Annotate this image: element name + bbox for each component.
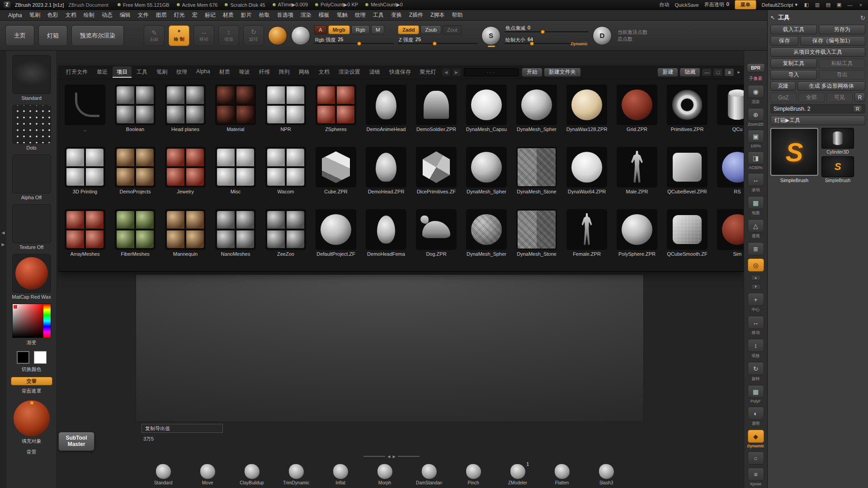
sculptris-pro-button[interactable]: S	[481, 26, 500, 45]
zoom2d-button[interactable]: ⊕ Zoom2D	[748, 108, 764, 127]
active-tool-thumbnail[interactable]: S	[770, 128, 818, 176]
hide-button[interactable]: 隐藏	[679, 68, 700, 77]
lightbox-tab[interactable]: 快速保存	[385, 66, 415, 78]
divider-right-icon[interactable]: ▶	[393, 455, 396, 459]
dynamic-mode-button[interactable]: ◆ Dynamic	[747, 430, 764, 448]
load-from-project-button[interactable]: 从项目文件载入工具	[770, 47, 865, 57]
polyframe-button[interactable]: ▦ PolyF	[748, 385, 764, 404]
gradient-label[interactable]: 渐变	[27, 339, 37, 346]
lightbox-item[interactable]: ..	[61, 84, 108, 141]
lightbox-item[interactable]: DynaMesh_Spher	[513, 84, 560, 141]
export-button[interactable]: 导出	[819, 70, 865, 80]
brush-item[interactable]: Standard	[150, 464, 176, 485]
clone-button[interactable]: 克隆	[770, 81, 796, 91]
menu-item[interactable]: 灯光	[170, 10, 189, 20]
switch-color-button[interactable]: 切换颜色	[22, 366, 42, 373]
zcut-button[interactable]: Zcut	[443, 25, 462, 34]
layers-icon-button[interactable]: ≣	[748, 242, 764, 255]
preview-boolean-button[interactable]: 预览布尔渲染	[71, 25, 124, 46]
hue-strip[interactable]	[43, 304, 51, 338]
fill-object-button[interactable]: 填充对象	[22, 438, 42, 445]
current-alpha-thumbnail[interactable]	[12, 155, 51, 193]
floor-grid-button[interactable]: ▦ 地面	[748, 196, 764, 216]
lightbox-item[interactable]: ArrayMeshes	[61, 209, 108, 266]
divider-left-icon[interactable]: ◀	[387, 455, 390, 459]
menu-item[interactable]: Alpha	[5, 11, 26, 20]
lightbox-item[interactable]: DynaWax128.ZPR	[563, 84, 610, 141]
dock-left-icon[interactable]: ◧	[803, 2, 810, 8]
paste-tool-button[interactable]: 粘贴工具	[819, 59, 865, 68]
slider-handle[interactable]	[357, 42, 361, 46]
lightbox-item[interactable]: DynaMesh_Stone	[513, 209, 560, 266]
pointer-icon[interactable]: ↖	[770, 14, 775, 21]
brush-item[interactable]: 1 ZModeler	[505, 464, 531, 485]
tool-r-button[interactable]: R	[853, 105, 862, 113]
goz-visible-button[interactable]: 可见	[826, 93, 853, 102]
lightbox-item[interactable]: Female.ZPR	[563, 209, 610, 266]
canvas-divider[interactable]: ◀ ▶	[363, 454, 420, 459]
current-texture-thumbnail[interactable]	[12, 204, 51, 243]
brush-item[interactable]: Slash3	[593, 464, 619, 485]
view-list-button[interactable]: ≡	[724, 68, 734, 76]
main-color-swatch[interactable]	[17, 351, 29, 364]
view-thumbnails-button[interactable]: □	[713, 68, 723, 76]
lightbox-item[interactable]: DemoHead.ZPR	[363, 147, 410, 204]
xpose-button[interactable]: ≡ Xpose	[748, 468, 764, 486]
aa-half-button[interactable]: ◨ AC50%	[748, 151, 764, 170]
brush-item[interactable]: Morph	[372, 464, 398, 485]
lightbox-item[interactable]: Cube.ZPR	[312, 147, 359, 204]
make-polymesh-button[interactable]: 生成 多边形网格体	[797, 81, 865, 91]
lightbox-item[interactable]: FiberMeshes	[112, 209, 159, 266]
rgb-intensity-slider[interactable]: Rgb 强度 25	[314, 37, 394, 46]
lightbox-tab[interactable]: 纹理	[172, 66, 191, 78]
scroll-up-button[interactable]: ▲	[751, 275, 761, 281]
slider-handle[interactable]	[530, 42, 534, 46]
start-button[interactable]: 开始	[522, 68, 542, 77]
lightbox-item[interactable]: Material	[212, 84, 259, 141]
lightbox-item[interactable]: Dog.ZPR	[413, 209, 460, 266]
render-pass-button[interactable]: ◉ 渲染	[748, 85, 764, 105]
brush-item[interactable]: TrimDynamic	[283, 464, 309, 485]
zscript-selector[interactable]: DefaultZScript ▾	[762, 2, 797, 8]
lightbox-tab[interactable]: 打开文件	[62, 66, 92, 78]
menu-item[interactable]: 渲染	[297, 10, 315, 20]
frame-center-button[interactable]: + 中心	[748, 293, 764, 313]
copy-tool-button[interactable]: 复制工具	[770, 59, 817, 68]
brush-item[interactable]: Inflat	[327, 464, 354, 485]
copy-export-field[interactable]: 复制导出值	[142, 424, 223, 433]
menu-item[interactable]: 色彩	[44, 10, 62, 20]
z-intensity-slider[interactable]: Z 强度 25	[398, 37, 477, 46]
perspective-button[interactable]: △ 透视	[748, 219, 764, 239]
brush-item[interactable]: Flatten	[549, 464, 575, 485]
lightbox-item[interactable]: QCu	[714, 84, 744, 141]
backface-mask-button[interactable]: 背面遮罩	[22, 388, 42, 394]
lightbox-item[interactable]: Head planes	[162, 84, 209, 141]
new-button[interactable]: 新建	[657, 68, 678, 77]
lightbox-item[interactable]: DemoSoldier.ZPR	[413, 84, 460, 141]
scale-button[interactable]: ↕ 缩放	[218, 25, 239, 46]
lightbox-tab[interactable]: 笔刷	[152, 66, 171, 78]
menu-item[interactable]: 纹理	[351, 10, 369, 20]
nav-back-button[interactable]: ◀	[442, 68, 451, 76]
menu-item[interactable]: 文件	[134, 10, 152, 20]
menu-item[interactable]: 动态	[98, 10, 116, 20]
rotate-button[interactable]: ↻ 旋转	[243, 25, 264, 46]
lightbox-tab[interactable]: Alpha	[192, 66, 214, 78]
lightbox-item[interactable]: Sim	[714, 209, 744, 266]
save-increment-button[interactable]: 保存（编号加1）	[800, 36, 865, 46]
save-button[interactable]: 保存	[770, 36, 798, 46]
menu-item[interactable]: 标记	[201, 10, 219, 20]
brush-item[interactable]: ClayBuildup	[239, 464, 265, 485]
lightbox-button[interactable]: 灯箱	[38, 25, 67, 46]
lightbox-item[interactable]: Wacom	[262, 147, 309, 204]
save-as-button[interactable]: 另存为	[819, 25, 865, 34]
collapse-chevron-icon[interactable]: ▸	[737, 69, 740, 75]
current-stroke-thumbnail[interactable]	[12, 105, 51, 144]
rgb-button[interactable]: Rgb	[351, 25, 370, 34]
fill-object-sphere[interactable]	[14, 400, 50, 436]
background-button[interactable]: 背景	[27, 449, 37, 455]
lightbox-item[interactable]: DemoHeadFema	[363, 209, 410, 266]
scale-tool-button[interactable]: ↕ 缩放	[748, 339, 764, 359]
lightbox-item[interactable]: DemoProjects	[112, 147, 159, 204]
lightbox-item[interactable]: 3D Printing	[61, 147, 108, 204]
